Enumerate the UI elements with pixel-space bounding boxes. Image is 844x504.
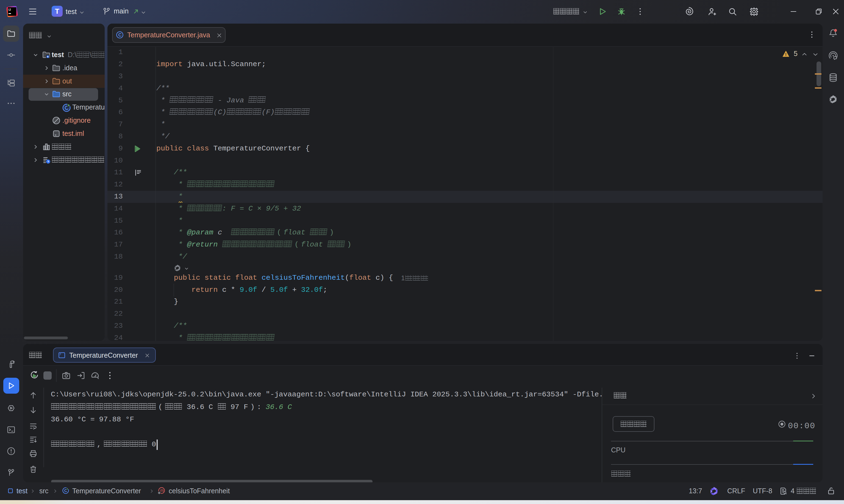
svg-text:IJ: IJ [8, 8, 11, 11]
svg-text:m: m [160, 488, 164, 493]
